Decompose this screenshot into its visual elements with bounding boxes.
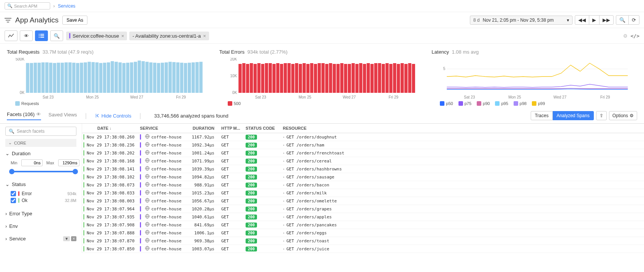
cell-service: coffee-house	[140, 174, 192, 180]
pill-az[interactable]: - Availability zone:us-central1-a ×	[129, 32, 209, 40]
table-row[interactable]: Nov 29 17:38:07.908coffee-house841.69µsG…	[82, 221, 644, 229]
options-button[interactable]: Options ⚙	[609, 111, 637, 120]
time-duration: 8 d	[473, 17, 480, 23]
table-row[interactable]: Nov 29 17:38:08.168coffee-house1071.99µs…	[82, 157, 644, 165]
facet-search-input[interactable]: 🔍 Search facets	[5, 127, 76, 136]
search-filter-button[interactable]: 🔍	[50, 30, 63, 41]
traces-button[interactable]: Traces	[531, 111, 553, 120]
chart-latency-svg[interactable]: 5Sat 23Mon 25Wed 27Fri 29	[431, 58, 637, 100]
status-bar	[83, 238, 84, 243]
cell-resource: ▸GET /orders/pancakes	[279, 223, 644, 227]
table-body: Nov 29 17:38:08.260coffee-house1167.92µs…	[82, 133, 644, 253]
refresh-button[interactable]: ⟳	[629, 16, 639, 24]
slider-handle-min[interactable]	[9, 169, 14, 174]
code-icon[interactable]: </>	[631, 33, 639, 39]
service-color-bar	[140, 222, 141, 227]
hide-controls-button[interactable]: Hide Controls	[95, 113, 132, 119]
status-ok-checkbox[interactable]	[11, 198, 16, 203]
col-status-header[interactable]: STATUS CODE	[246, 126, 279, 130]
duration-max-input[interactable]	[58, 159, 79, 166]
duration-min-input[interactable]	[21, 159, 43, 166]
status-bar	[83, 150, 84, 156]
col-service-header[interactable]: SERVICE	[140, 126, 192, 130]
table-row[interactable]: Nov 29 17:38:08.003coffee-house1056.67µs…	[82, 197, 644, 205]
save-as-button[interactable]: Save As	[62, 16, 87, 25]
table-row[interactable]: Nov 29 17:38:07.964coffee-house1020.28µs…	[82, 205, 644, 213]
svg-rect-73	[268, 63, 271, 93]
table-row[interactable]: Nov 29 17:38:08.260coffee-house1167.92µs…	[82, 133, 644, 141]
search-apm-input[interactable]: 🔍 Search APM	[5, 2, 50, 10]
cell-duration: 1167.92µs	[192, 135, 221, 140]
svg-rect-13	[30, 63, 33, 93]
title-left: App Analytics Save As	[5, 16, 87, 25]
status-error-row[interactable]: Error 934k	[11, 190, 76, 197]
svg-rect-109	[404, 64, 407, 93]
status-error-checkbox[interactable]	[11, 191, 16, 196]
facet-status-header[interactable]: ⌄Status	[5, 180, 76, 189]
duration-slider[interactable]	[11, 169, 76, 175]
col-duration-header[interactable]: DURATION	[192, 126, 221, 130]
slider-handle-max[interactable]	[73, 169, 78, 174]
table-row[interactable]: Nov 29 17:38:08.073coffee-house988.91µsG…	[82, 181, 644, 189]
list-view-button[interactable]	[35, 30, 48, 41]
settings-icon[interactable]: ⚙	[623, 33, 628, 39]
forward-button[interactable]: ▶▶	[600, 16, 613, 24]
status-badge: 200	[246, 167, 257, 172]
facet-group-core[interactable]: ⌄ CORE	[5, 139, 76, 147]
close-icon[interactable]: ×	[71, 236, 76, 241]
globe-icon	[145, 238, 150, 244]
timeseries-view-button[interactable]	[5, 30, 17, 41]
svg-rect-105	[389, 64, 392, 93]
play-button[interactable]: ▶	[589, 16, 600, 24]
funnel-icon[interactable]: ▼	[63, 236, 70, 241]
svg-text:0K: 0K	[20, 91, 25, 95]
table-row[interactable]: Nov 29 17:38:07.888coffee-house1006.1µsG…	[82, 229, 644, 237]
table-row[interactable]: Nov 29 17:38:08.236coffee-house1092.34µs…	[82, 141, 644, 149]
table-row[interactable]: Nov 29 17:38:07.870coffee-house969.38µsG…	[82, 237, 644, 245]
chevron-right-icon: ▸	[283, 231, 285, 235]
col-resource-header[interactable]: RESOURCE	[279, 126, 644, 130]
table-row[interactable]: Nov 29 17:38:07.935coffee-house1040.61µs…	[82, 213, 644, 221]
facet-duration-header[interactable]: ⌄Duration	[5, 149, 76, 158]
facet-error-type-header[interactable]: ›Error Type	[5, 209, 76, 218]
facet-env-header[interactable]: ›Env	[5, 222, 76, 231]
svg-rect-34	[111, 61, 114, 93]
table-row[interactable]: Nov 29 17:38:08.202coffee-house1001.24µs…	[82, 149, 644, 157]
cell-status: 200	[246, 223, 279, 227]
service-color-bar	[140, 182, 141, 188]
rewind-button[interactable]: ◀◀	[575, 16, 589, 24]
close-icon[interactable]: ×	[203, 33, 206, 39]
binoculars-view-button[interactable]: 👁	[20, 30, 33, 41]
analyzed-spans-button[interactable]: Analyzed Spans	[553, 111, 594, 120]
time-range-picker[interactable]: 8 d Nov 21, 2:05 pm - Nov 29, 5:38 pm ▾	[470, 16, 573, 25]
zoom-button[interactable]: 🔍	[616, 16, 629, 24]
table-row[interactable]: Nov 29 17:38:07.850coffee-house1003.07µs…	[82, 245, 644, 253]
svg-rect-39	[130, 62, 133, 93]
cell-status: 200	[246, 215, 279, 220]
chevron-right-icon: ▸	[283, 207, 285, 211]
saved-views-tab[interactable]: Saved Views	[49, 112, 77, 120]
col-date-header[interactable]: DATE ↓	[87, 126, 140, 130]
pill-service[interactable]: Service:coffee-house ×	[66, 32, 127, 40]
page-title: App Analytics	[15, 16, 59, 24]
chart-errors-svg[interactable]: 0K10K20KSat 23Mon 25Wed 27Fri 29	[219, 58, 425, 100]
breadcrumb-services-link[interactable]: Services	[58, 3, 75, 9]
facet-service-header[interactable]: ›Service ▼×	[5, 234, 76, 243]
table-row[interactable]: Nov 29 17:38:08.033coffee-house1015.23µs…	[82, 189, 644, 197]
facet-env: ›Env	[5, 222, 76, 231]
col-method-header[interactable]: HTTP M...	[221, 126, 246, 130]
status-ok-row[interactable]: Ok 32.8M	[11, 197, 76, 204]
cell-service: coffee-house	[140, 134, 192, 140]
cell-duration: 969.38µs	[192, 239, 221, 243]
table-row[interactable]: Nov 29 17:38:08.141coffee-house1039.39µs…	[82, 165, 644, 173]
chart-requests-svg[interactable]: 0K500KSat 23Mon 25Wed 27Fri 29	[7, 58, 213, 100]
service-color-bar	[140, 150, 141, 156]
facet-status: ⌄Status Error 934k Ok 32.8M	[5, 180, 76, 205]
facets-tab[interactable]: Facets (106) 👁	[7, 111, 41, 120]
svg-rect-5	[40, 37, 44, 38]
export-button[interactable]: ⇪	[596, 111, 607, 120]
svg-rect-72	[265, 63, 268, 93]
table-row[interactable]: Nov 29 17:38:08.102coffee-house1094.82µs…	[82, 173, 644, 181]
globe-icon	[145, 222, 150, 228]
close-icon[interactable]: ×	[121, 33, 124, 39]
